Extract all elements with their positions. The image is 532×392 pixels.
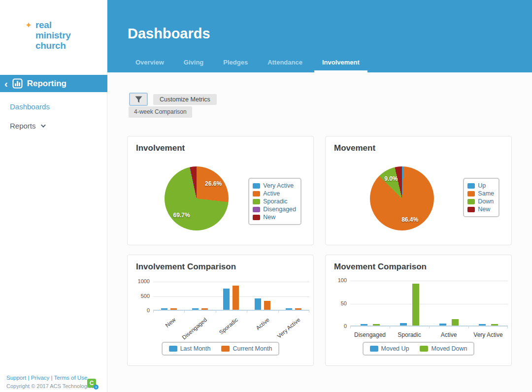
legend-label: Last Month <box>180 345 211 352</box>
bar-current-month <box>264 301 270 310</box>
bar-group-new <box>153 308 184 310</box>
x-axis-tick <box>247 310 247 313</box>
legend-swatch <box>253 207 260 212</box>
x-axis-tick <box>350 326 351 328</box>
page-title: Dashboards <box>128 26 210 42</box>
legend-label: New <box>263 214 275 221</box>
bar-moved-up <box>361 324 367 326</box>
legend-label: Down <box>478 198 494 205</box>
collapse-chevron-icon[interactable]: ‹ <box>4 79 8 88</box>
y-axis-tick-label: 50 <box>330 300 347 306</box>
legend-label: Up <box>478 182 486 189</box>
legend-label: Active <box>263 190 280 197</box>
dashboard-tabs: OverviewGivingPledgesAttendanceInvolveme… <box>128 59 367 72</box>
legend-label: Very Active <box>263 182 294 189</box>
bar-group-very-active <box>468 324 508 326</box>
chart-legend: UpSameDownNew <box>463 178 499 217</box>
x-axis-category-label: Disengaged <box>181 317 208 341</box>
bar-moved-up <box>439 324 446 326</box>
bar-current-month <box>295 308 301 310</box>
legend-swatch <box>253 191 260 196</box>
tab-giving[interactable]: Giving <box>176 59 211 72</box>
logo-word-1: real <box>35 20 71 30</box>
reporting-section-header: ‹ Reporting <box>0 75 107 92</box>
legend-swatch <box>221 346 230 352</box>
pie-slice-label: 69.7% <box>173 212 190 219</box>
x-axis-tick <box>309 310 309 313</box>
legend-swatch <box>169 346 177 352</box>
chart-title: Movement Comparison <box>334 262 427 272</box>
bar-group-disengaged <box>350 324 390 326</box>
tab-involvement[interactable]: Involvement <box>314 59 367 72</box>
bar-group-very-active <box>278 308 309 310</box>
legend-swatch <box>467 199 475 204</box>
bar-chart-icon <box>12 78 23 89</box>
chart-legend: Moved UpMoved Down <box>363 342 475 356</box>
sidebar-nav: DashboardsReports <box>10 102 50 141</box>
legend-item: Active <box>253 190 296 197</box>
page-header: Dashboards OverviewGivingPledgesAttendan… <box>107 0 532 72</box>
bar-last-month <box>223 289 230 310</box>
y-axis-tick-label: 500 <box>133 293 150 299</box>
x-axis-tick <box>429 326 430 328</box>
legend-item: Disengaged <box>253 206 296 213</box>
bar-group-active <box>247 298 278 310</box>
legend-label: New <box>478 206 490 213</box>
sparkle-icon: ✦ <box>25 20 32 31</box>
tab-overview[interactable]: Overview <box>128 59 172 72</box>
y-axis-tick-label: 100 <box>330 277 347 283</box>
gridline <box>350 304 508 304</box>
tab-pledges[interactable]: Pledges <box>215 59 256 72</box>
legend-label: Moved Up <box>381 345 409 352</box>
x-axis-category-label: Disengaged <box>354 331 386 338</box>
chevron-down-icon <box>40 123 45 128</box>
x-axis-tick <box>390 326 390 328</box>
gridline <box>153 282 309 282</box>
reporting-title: Reporting <box>27 79 66 89</box>
comparison-filter-chip[interactable]: 4-week Comparison <box>129 106 192 118</box>
bar-current-month <box>201 308 208 310</box>
x-axis-tick <box>216 310 216 313</box>
legend-swatch <box>253 183 260 189</box>
sidebar-item-dashboards[interactable]: Dashboards <box>10 102 50 111</box>
chart-title: Involvement <box>136 143 185 153</box>
legend-item: Sporadic <box>253 198 296 205</box>
footer-link-privacy[interactable]: Privacy <box>31 375 50 381</box>
customize-metrics-button[interactable]: Customize Metrics <box>153 94 217 105</box>
bar-group-active <box>429 319 468 326</box>
charts-grid: Involvement26.6%69.7%Very ActiveActiveSp… <box>127 136 512 366</box>
x-axis-category-label: Active <box>441 331 457 338</box>
footer-link-terms-of-use[interactable]: Terms of Use <box>54 375 88 381</box>
legend-item: Down <box>467 198 494 205</box>
legend-swatch <box>370 346 378 352</box>
main-content: Customize Metrics 4-week Comparison Invo… <box>108 72 532 392</box>
legend-item: New <box>467 206 494 213</box>
x-axis-category-label: Sporadic <box>398 331 421 338</box>
x-axis-category-label: Very Active <box>473 331 502 338</box>
legend-label: Disengaged <box>263 206 296 213</box>
x-axis-tick <box>278 310 279 313</box>
help-badge-letter: C <box>90 380 94 387</box>
x-axis-category-label: Very Active <box>276 317 301 339</box>
legend-swatch <box>420 346 429 352</box>
footer-link-support[interactable]: Support <box>6 375 26 381</box>
logo-word-2: ministry <box>35 30 71 40</box>
legend-item: New <box>253 214 296 221</box>
chart-card-involvement: Involvement26.6%69.7%Very ActiveActiveSp… <box>127 136 314 245</box>
tab-attendance[interactable]: Attendance <box>260 59 310 72</box>
chart-title: Involvement Comparison <box>136 262 236 272</box>
sidebar-item-reports[interactable]: Reports <box>10 122 50 130</box>
legend-item: Current Month <box>221 345 272 352</box>
x-axis-tick <box>507 326 508 328</box>
bar-group-disengaged <box>184 308 215 310</box>
bar-moved-down <box>491 324 498 326</box>
x-axis-tick <box>153 310 154 313</box>
bar-moved-down <box>373 324 380 326</box>
legend-swatch <box>253 215 260 220</box>
help-badge[interactable]: C i <box>87 379 96 388</box>
filter-button[interactable] <box>129 93 148 106</box>
chart-legend: Very ActiveActiveSporadicDisengagedNew <box>248 178 301 225</box>
bar-moved-down <box>452 319 459 326</box>
bar-last-month <box>192 308 199 310</box>
bar-last-month <box>255 298 261 310</box>
